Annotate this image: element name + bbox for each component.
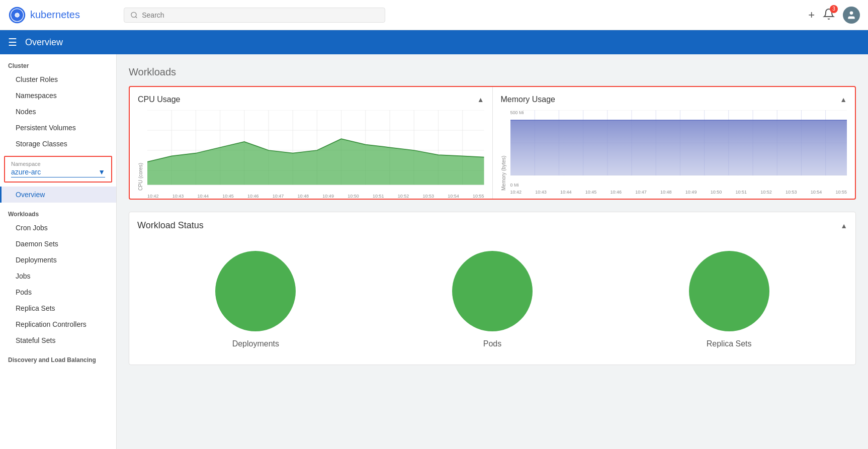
sidebar-item-deployments[interactable]: Deployments bbox=[0, 252, 116, 268]
svg-text:☸: ☸ bbox=[14, 12, 20, 19]
memory-y-min: 0 Mi bbox=[510, 183, 519, 188]
workload-status-header: Workload Status ▲ bbox=[137, 220, 847, 231]
notifications-bell[interactable]: 3 bbox=[823, 8, 835, 22]
svg-point-5 bbox=[850, 11, 853, 15]
discovery-section-title: Discovery and Load Balancing bbox=[0, 348, 116, 366]
cpu-chart-area: CPU (cores) bbox=[138, 110, 484, 191]
sidebar-item-stateful-sets[interactable]: Stateful Sets bbox=[0, 332, 116, 348]
cpu-y-label: CPU (cores) bbox=[138, 110, 143, 191]
svg-line-4 bbox=[136, 16, 137, 18]
memory-y-max: 500 Mi bbox=[510, 110, 524, 115]
layout: Cluster Cluster Roles Namespaces Nodes P… bbox=[0, 54, 868, 449]
deployments-status: Deployments bbox=[215, 251, 296, 348]
replica-sets-label: Replica Sets bbox=[707, 339, 752, 348]
pods-status: Pods bbox=[452, 251, 533, 348]
search-input[interactable] bbox=[142, 11, 379, 19]
svg-point-3 bbox=[131, 12, 136, 17]
namespace-label: Namespace bbox=[11, 161, 105, 167]
kubernetes-logo-icon: ☸ bbox=[8, 6, 26, 24]
workload-status-panel: Workload Status ▲ Deployments Pods Repli… bbox=[129, 212, 856, 365]
sidebar-item-pods[interactable]: Pods bbox=[0, 284, 116, 300]
sidebar-item-persistent-volumes[interactable]: Persistent Volumes bbox=[0, 120, 116, 136]
main-content: Workloads CPU Usage ▲ CPU (cores) bbox=[117, 54, 868, 449]
sidebar-item-jobs[interactable]: Jobs bbox=[0, 268, 116, 284]
replica-sets-circle bbox=[689, 251, 769, 331]
sidebar-item-cluster-roles[interactable]: Cluster Roles bbox=[0, 71, 116, 87]
deployments-label: Deployments bbox=[232, 339, 279, 348]
sidebar: Cluster Cluster Roles Namespaces Nodes P… bbox=[0, 54, 117, 449]
cpu-collapse-button[interactable]: ▲ bbox=[477, 96, 484, 104]
workload-circles-row: Deployments Pods Replica Sets bbox=[137, 243, 847, 356]
cpu-chart-svg: 0 bbox=[147, 110, 484, 191]
search-icon bbox=[130, 11, 138, 19]
user-avatar[interactable] bbox=[843, 7, 860, 24]
notification-badge: 3 bbox=[830, 5, 838, 13]
deployments-circle bbox=[215, 251, 296, 331]
sidebar-item-overview[interactable]: Overview bbox=[0, 187, 116, 203]
charts-panel: CPU Usage ▲ CPU (cores) bbox=[129, 86, 856, 200]
overview-bar: ☰ Overview bbox=[0, 30, 868, 54]
workload-status-title: Workload Status bbox=[137, 220, 204, 231]
workloads-section-title: Workloads bbox=[0, 203, 116, 220]
workloads-title: Workloads bbox=[129, 66, 856, 78]
cpu-chart-panel: CPU Usage ▲ CPU (cores) bbox=[130, 87, 493, 199]
logo-text: kubernetes bbox=[30, 9, 80, 21]
topbar-actions: + 3 bbox=[808, 7, 860, 24]
sidebar-item-storage-classes[interactable]: Storage Classes bbox=[0, 136, 116, 152]
svg-rect-42 bbox=[510, 120, 847, 175]
replica-sets-status: Replica Sets bbox=[689, 251, 769, 348]
cpu-chart-content: 0 10:4210:4310:4410:4510:4610:4710:4810:… bbox=[147, 110, 484, 191]
memory-chart-panel: Memory Usage ▲ Memory (bytes) 500 Mi bbox=[493, 87, 855, 199]
namespace-dropdown[interactable]: azure-arc ▼ bbox=[11, 168, 105, 177]
memory-chart-header: Memory Usage ▲ bbox=[501, 95, 847, 104]
cpu-chart-title: CPU Usage bbox=[138, 95, 180, 104]
svg-marker-24 bbox=[147, 139, 484, 185]
topbar: ☸ kubernetes + 3 bbox=[0, 0, 868, 30]
memory-chart-title: Memory Usage bbox=[501, 95, 555, 104]
workload-status-collapse-button[interactable]: ▲ bbox=[840, 222, 847, 230]
search-bar[interactable] bbox=[124, 8, 385, 23]
memory-collapse-button[interactable]: ▲ bbox=[840, 96, 847, 104]
logo: ☸ kubernetes bbox=[8, 6, 124, 24]
sidebar-item-namespaces[interactable]: Namespaces bbox=[0, 87, 116, 104]
chevron-down-icon: ▼ bbox=[98, 168, 105, 176]
avatar-icon bbox=[846, 10, 856, 20]
namespace-section: Namespace azure-arc ▼ bbox=[4, 156, 112, 183]
pods-circle bbox=[452, 251, 533, 331]
sidebar-item-nodes[interactable]: Nodes bbox=[0, 104, 116, 120]
sidebar-item-replica-sets[interactable]: Replica Sets bbox=[0, 300, 116, 316]
pods-label: Pods bbox=[483, 339, 501, 348]
cpu-chart-header: CPU Usage ▲ bbox=[138, 95, 484, 104]
memory-chart-content: 500 Mi bbox=[510, 110, 847, 191]
cluster-section-title: Cluster bbox=[0, 54, 116, 71]
memory-chart-svg bbox=[510, 110, 847, 175]
memory-y-label: Memory (bytes) bbox=[501, 110, 506, 191]
memory-chart-area: Memory (bytes) 500 Mi bbox=[501, 110, 847, 191]
menu-icon[interactable]: ☰ bbox=[8, 36, 17, 48]
sidebar-item-cron-jobs[interactable]: Cron Jobs bbox=[0, 220, 116, 236]
add-button[interactable]: + bbox=[808, 9, 815, 22]
sidebar-item-replication-controllers[interactable]: Replication Controllers bbox=[0, 316, 116, 332]
namespace-value: azure-arc bbox=[11, 168, 41, 176]
sidebar-item-daemon-sets[interactable]: Daemon Sets bbox=[0, 236, 116, 252]
overview-title: Overview bbox=[25, 37, 63, 48]
